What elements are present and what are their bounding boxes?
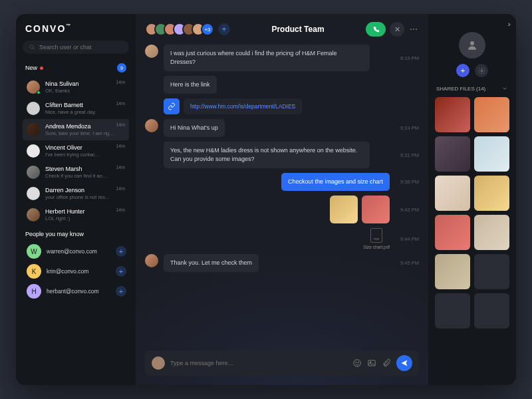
participant-stack[interactable]: +3 + [145,23,230,36]
svg-point-8 [481,70,483,72]
sidebar: CONVO™ New 9 Nina SulivanOK, thanks 14m … [16,14,136,385]
contact-name: Darren Jenson [45,186,125,194]
svg-point-3 [356,362,356,362]
contact-item[interactable]: Nina SulivanOK, thanks 14m [23,76,129,98]
message-row: http://www.hm.com/is/department/LADIES [145,98,419,114]
participant-overflow-badge[interactable]: +3 [201,23,214,36]
avatar [27,80,40,94]
emoji-icon[interactable] [352,358,362,368]
contact-item[interactable]: Cliften BarnettNice, have a great day. 1… [23,98,129,119]
contact-time: 14m [116,165,125,170]
file-tile[interactable] [435,136,470,172]
shared-files-title: SHARED FILES (14) [436,86,485,92]
contact-preview: I've been trying contac… [45,152,125,158]
image-attachment[interactable] [362,196,390,223]
contact-preview: Nice, have a great day. [45,109,125,116]
file-tile[interactable] [474,254,509,289]
message-time: 9:31 PM [395,152,419,158]
file-tile[interactable] [435,254,470,289]
svg-line-1 [33,48,35,49]
contact-name: Steven Marsh [45,165,125,173]
suggestion-item[interactable]: W warren@convo.com + [23,241,129,261]
svg-point-4 [358,362,358,362]
file-tile[interactable] [474,97,509,132]
suggestion-item[interactable]: H herbant@convo.com + [23,281,129,301]
message-bubble: Yes, the new H&M ladies dress is not sho… [164,142,370,168]
attachment-icon[interactable] [382,358,391,368]
file-tile[interactable] [474,136,509,172]
avatar [27,166,40,179]
avatar: K [27,264,41,279]
link-icon [164,98,180,114]
send-button[interactable] [396,355,412,371]
composer [145,350,419,376]
message-list[interactable]: I was just curious where could i find th… [136,43,428,345]
contact-time: 14m [116,144,125,148]
search-input[interactable] [39,44,122,51]
message-input[interactable] [170,360,347,366]
message-time: 9:44 PM [395,236,419,242]
file-tile[interactable] [474,215,509,250]
settings-button[interactable] [475,64,488,77]
contact-item[interactable]: Andrea MendozaSure, take your time. I am… [23,119,129,140]
search-icon [29,44,35,51]
suggestion-email: herbant@convo.com [47,288,99,295]
chat-pane: +3 + Product Team ✕ ⋯ I was just curious… [136,14,428,385]
avatar [152,356,165,370]
image-icon[interactable] [367,358,376,368]
message-row: Checkout the images and size chart9:38 P… [145,173,419,191]
avatar [27,208,40,221]
search-input-wrap[interactable] [23,41,129,54]
add-suggestion-button[interactable]: + [116,286,126,297]
suggestion-email: warren@convo.com [47,248,97,255]
contact-time: 14m [116,186,125,191]
contact-item[interactable]: Darren Jensonyour office phone is not re… [23,183,129,204]
file-attachment[interactable]: Size chart.pdf [363,228,390,249]
add-suggestion-button[interactable]: + [116,246,126,257]
add-participant-button[interactable]: + [218,23,230,35]
contact-item[interactable]: Steven MarshCheck if you can find it an…… [23,162,129,183]
avatar [27,123,40,136]
file-tile[interactable] [435,176,470,211]
brand-logo: CONVO™ [25,23,126,34]
chevron-down-icon [501,85,508,92]
call-button[interactable] [366,22,386,37]
profile-block: + [435,32,509,77]
avatar [27,187,40,200]
file-tile[interactable] [474,293,509,329]
message-row: Yes, the new H&M ladies dress is not sho… [145,142,419,168]
online-status-icon [37,90,41,94]
image-attachment[interactable] [330,196,358,223]
contact-item[interactable]: Vincent OliverI've been trying contac… 1… [23,140,129,162]
avatar [27,102,40,115]
message-row: 9:42 PM [145,196,419,223]
chat-title: Product Team [271,25,324,34]
file-tile[interactable] [435,97,470,132]
suggestion-item[interactable]: K krin@convo.com + [23,261,129,281]
file-tile[interactable] [474,176,509,211]
shared-files-grid [435,97,509,329]
more-options-button[interactable]: ⋯ [408,25,419,34]
link-preview[interactable]: http://www.hm.com/is/department/LADIES [184,98,302,114]
file-tile[interactable] [435,215,470,250]
message-bubble: Checkout the images and size chart [281,173,390,191]
message-row: Here is the link [145,76,419,94]
add-suggestion-button[interactable]: + [116,266,126,277]
file-name: Size chart.pdf [363,245,390,249]
contact-item[interactable]: Herbert HunterLOL right :) 14m [23,204,129,225]
suggestion-email: krin@convo.com [47,268,88,275]
message-bubble: Thank you. Let me check them [164,254,259,272]
file-tile[interactable] [435,293,470,329]
collapse-panel-button[interactable]: ›› [507,21,509,28]
svg-point-7 [470,41,474,45]
contact-preview: Sure, take your time. I am rig… [45,130,125,137]
contact-preview: your office phone is not res… [45,194,125,201]
shared-files-header[interactable]: SHARED FILES (14) [435,85,509,92]
avatar: W [27,244,41,259]
message-bubble: I was just curious where could i find th… [164,45,370,71]
close-chat-button[interactable]: ✕ [390,22,404,37]
message-row: Size chart.pdf9:44 PM [145,228,419,249]
message-row: Hi Nina What's up9:24 PM [145,119,419,137]
message-time: 9:45 PM [395,260,419,266]
add-contact-button[interactable]: + [456,64,469,77]
